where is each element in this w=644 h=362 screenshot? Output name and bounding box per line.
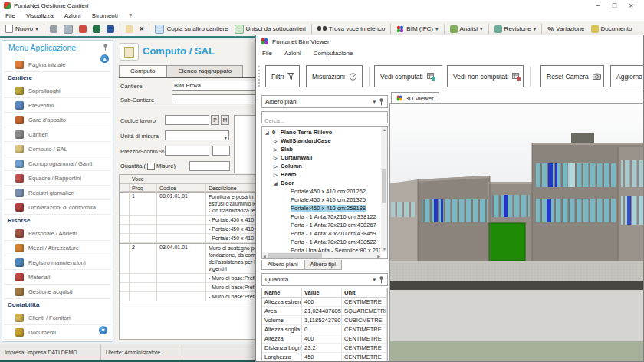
tab-elenco-raggruppato[interactable]: Elenco raggruppato <box>166 65 243 77</box>
tab-albero-piani[interactable]: Albero piani <box>261 260 304 270</box>
nuovo-button[interactable]: Nuovo <box>2 23 41 35</box>
tree-expander-icon[interactable] <box>274 155 279 160</box>
tree-item[interactable]: Porta - 1 Anta:70x210 cm:338122 <box>263 212 380 221</box>
tree-item[interactable]: Porta - 1 Anta:70x210 cm:430267 <box>263 221 380 229</box>
tree-item[interactable]: Portale:450 x 410 cm:201262 <box>263 187 380 196</box>
chevron-down-icon[interactable] <box>373 276 376 283</box>
sidebar-item[interactable]: Clienti / Fornitori <box>4 311 111 325</box>
table-row[interactable]: Altezza 400 CENTIMETRE <box>262 334 387 344</box>
trova-button[interactable]: Trova voce in elenco <box>314 24 389 34</box>
sidebar-item[interactable]: Risorse <box>4 215 111 226</box>
sidebar-item[interactable]: Dichiarazioni di conformità <box>4 200 111 215</box>
3d-viewport[interactable] <box>389 103 643 361</box>
tree-expander-icon[interactable] <box>274 146 279 152</box>
tree-expander-icon[interactable] <box>274 138 279 143</box>
reset-camera-button[interactable]: Reset Camera <box>540 65 604 87</box>
sidebar-item[interactable]: Squadre / Rapportini <box>4 171 111 186</box>
scroll-left-arrow-icon[interactable]: ◀ <box>263 253 266 259</box>
sidebar-item[interactable]: Cantieri <box>4 127 111 142</box>
dropdown-icon[interactable] <box>534 25 537 32</box>
tree-item[interactable]: Porta - 1 Anta:70x210 cm:438522 <box>263 238 380 246</box>
unisci-button[interactable]: Unisci da sottocantieri <box>232 23 309 35</box>
print-preview-button[interactable] <box>61 23 76 35</box>
analisi-button[interactable]: Analisi <box>447 24 486 35</box>
sidebar-item[interactable]: Cronoprogramma / Gantt <box>4 156 111 171</box>
pin-icon[interactable] <box>379 276 384 284</box>
m-button[interactable]: M <box>221 115 229 125</box>
copia-cantiere-button[interactable]: Copia su altro cantiere <box>152 23 231 35</box>
row-selector[interactable] <box>120 216 130 225</box>
maximize-icon[interactable] <box>613 2 616 10</box>
menu-item[interactable]: Azioni <box>278 50 307 57</box>
tree-expander-icon[interactable] <box>274 172 279 177</box>
tree-item[interactable]: Slab <box>263 145 380 153</box>
tree-item[interactable]: CurtainWall <box>263 153 380 162</box>
variazione-button[interactable]: Variazione <box>544 24 587 35</box>
dropdown-icon[interactable] <box>435 25 439 32</box>
dropdown-icon[interactable] <box>35 25 38 32</box>
tree-item[interactable]: Door <box>263 179 380 187</box>
pin-icon[interactable] <box>103 44 108 51</box>
scrollbar-thumb[interactable] <box>382 169 386 203</box>
open-button[interactable] <box>123 24 136 35</box>
sidebar-item[interactable]: Gestione acquisti <box>4 285 111 299</box>
tree-item[interactable]: Beam <box>263 170 380 179</box>
sidebar-item[interactable]: Sopralluoghi <box>4 84 111 98</box>
scroll-down-arrow-icon[interactable]: ▼ <box>383 246 386 252</box>
scrollbar-thumb[interactable] <box>268 253 322 258</box>
table-row[interactable]: Volume 1,11852437901 CUBICMETRE <box>262 316 387 325</box>
table-row[interactable]: Larghezza 450 CENTIMETRE <box>262 353 387 362</box>
tree-expander-icon[interactable] <box>265 130 271 135</box>
tree-item[interactable]: Porta Una Anta - Semplice:80 x 210 <box>263 246 380 252</box>
documento-button[interactable]: Documento <box>588 24 636 35</box>
tab-computo[interactable]: Computo <box>119 65 166 77</box>
tree-item[interactable]: Porta - 1 Anta:70x210 cm:438459 <box>263 229 380 238</box>
menu-item[interactable]: File <box>0 12 21 19</box>
albero-piani-header[interactable]: Albero piani <box>261 95 388 108</box>
sidebar-item[interactable]: Mezzi / Attrezzature <box>4 241 111 255</box>
menu-item[interactable]: File <box>256 50 278 57</box>
dropdown-icon[interactable] <box>480 25 483 32</box>
tab-3d-viewer[interactable]: 3D Viewer <box>391 92 439 104</box>
p-button[interactable]: P <box>211 115 219 125</box>
toolbar-grip[interactable] <box>258 66 260 87</box>
sidebar-item[interactable]: Registri giornalieri <box>4 186 111 200</box>
tree-item[interactable]: WallStandardCase <box>263 137 380 145</box>
tree-expander-icon[interactable] <box>274 163 279 169</box>
revisione-button[interactable]: Revisione <box>491 24 540 35</box>
menu-item[interactable]: Strumenti <box>87 12 123 19</box>
scroll-right-arrow-icon[interactable]: ▶ <box>377 253 380 259</box>
chevron-down-icon[interactable] <box>373 98 376 105</box>
menu-item[interactable]: Visualizza <box>21 12 59 19</box>
sidebar-item[interactable]: Contabilità <box>4 299 111 311</box>
menu-item[interactable]: Computazione <box>307 50 360 57</box>
sidebar-item[interactable]: Materiali <box>4 270 111 285</box>
row-selector[interactable] <box>120 225 130 234</box>
menu-item[interactable]: Azioni <box>59 12 87 19</box>
quantita-input[interactable] <box>189 161 230 171</box>
horizontal-scrollbar[interactable]: ◀ ▶ <box>262 252 381 258</box>
misure-checkbox[interactable] <box>147 163 155 170</box>
table-row[interactable]: Altezza estrem 400 CENTIMETRE <box>262 298 387 307</box>
row-selector[interactable] <box>120 292 130 301</box>
bim-ifc-button[interactable]: BIM (IFC) <box>393 24 441 35</box>
tree-item[interactable]: Portale:450 x 410 cm:258188 <box>263 204 380 212</box>
row-selector[interactable] <box>120 234 130 243</box>
selected-door[interactable] <box>489 223 525 261</box>
export-pdf-button[interactable] <box>76 24 90 35</box>
tree-expander-icon[interactable] <box>274 180 279 186</box>
tree-item[interactable]: 0 - Piano Terra Rilievo <box>263 128 380 137</box>
sidebar-item[interactable]: Personale / Addetti <box>4 226 111 241</box>
sidebar-item[interactable]: Computo / SAL <box>4 142 111 156</box>
vertical-scrollbar[interactable]: ▲ ▼ <box>381 127 387 252</box>
tree-item[interactable]: Portale:450 x 410 cm:201325 <box>263 196 380 204</box>
sidebar-item[interactable]: Pagina iniziale <box>4 58 111 72</box>
search-input[interactable] <box>262 116 387 127</box>
sidebar-item[interactable]: Cantiere <box>4 72 111 84</box>
quantita-header[interactable]: Quantità <box>261 273 388 286</box>
row-selector[interactable] <box>120 243 130 274</box>
table-row[interactable]: Altezza soglia 0 CENTIMETRE <box>262 325 387 334</box>
menu-item[interactable]: ? <box>123 12 137 19</box>
minimize-icon[interactable] <box>596 2 600 10</box>
sconto-input[interactable] <box>212 146 230 156</box>
